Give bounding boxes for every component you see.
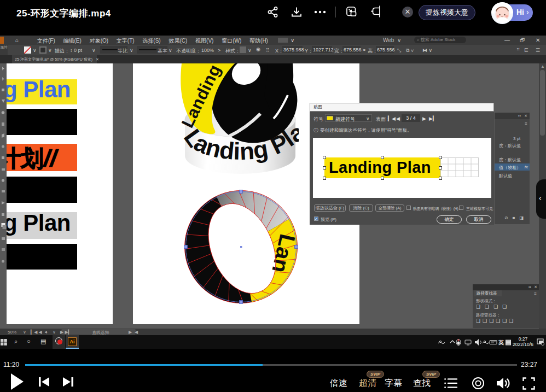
svg-text:英: 英 (498, 340, 504, 346)
